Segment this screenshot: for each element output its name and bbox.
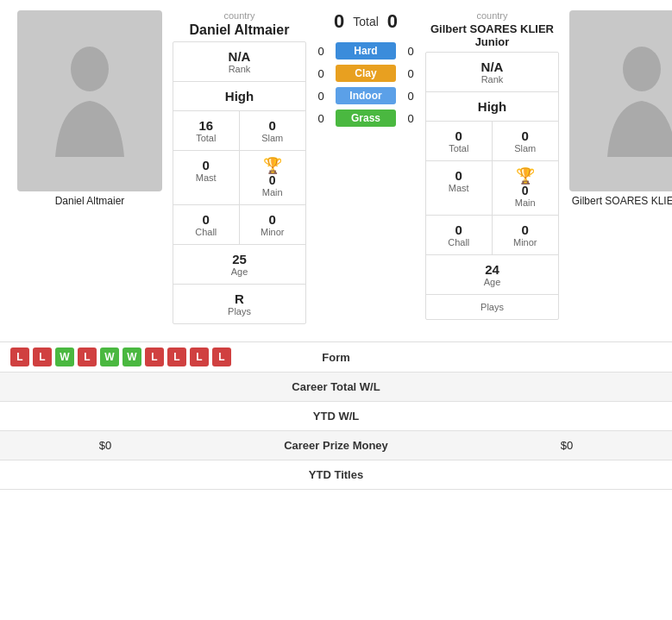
clay-row: 0 Clay 0 <box>311 65 420 82</box>
player2-plays-cell: Plays <box>426 295 558 319</box>
player2-name-below: Gilbert SOARES KLIER Junior <box>572 195 672 207</box>
ytd-titles-row: YTD Titles <box>0 460 672 490</box>
ytd-titles-label: YTD Titles <box>210 460 462 489</box>
player1-chall-val: 0 <box>179 212 234 227</box>
ytd-wl-right <box>462 409 672 424</box>
player1-plays-lbl: Plays <box>179 306 300 316</box>
player2-total-cell: 0 Total <box>426 122 493 160</box>
hard-right: 0 <box>401 45 420 58</box>
player1-minor-cell: 0 Minor <box>240 205 306 244</box>
player1-stats: country Daniel Altmaier N/A Rank High 16… <box>173 10 306 324</box>
form-row: LLWLWWLLLL Form <box>0 342 672 373</box>
player1-name-main: Daniel Altmaier <box>173 22 306 38</box>
player2-rank-lbl: Rank <box>431 74 553 85</box>
player1-slam-cell: 0 Slam <box>240 111 306 150</box>
clay-right: 0 <box>401 67 420 80</box>
player2-age-cell: 24 Age <box>426 255 558 295</box>
ytd-titles-left <box>0 467 210 483</box>
player2-stats: country Gilbert SOARES KLIER Junior N/A … <box>425 10 559 320</box>
svg-point-1 <box>623 47 661 91</box>
player1-total-lbl: Total <box>179 133 234 143</box>
clay-left: 0 <box>311 67 330 80</box>
player2-name-main: Gilbert SOARES KLIER Junior <box>425 22 559 48</box>
player1-chall-cell: 0 Chall <box>173 205 240 244</box>
player2-high-cell: High <box>426 92 558 122</box>
player1-plays-val: R <box>179 291 300 306</box>
player1-minor-lbl: Minor <box>245 227 301 237</box>
player1-mast-cell: 0 Mast <box>173 151 240 204</box>
player2-chall-cell: 0 Chall <box>426 216 493 254</box>
player1-mast-val: 0 <box>179 158 234 172</box>
form-badges: LLWLWWLLLL <box>10 348 267 366</box>
player1-mast-main-row: 0 Mast 🏆 0 Main <box>173 151 305 205</box>
player1-country: country <box>173 10 306 21</box>
player1-age-lbl: Age <box>179 266 300 277</box>
player2-total-slam-row: 0 Total 0 Slam <box>426 122 558 161</box>
ytd-titles-right <box>462 467 672 483</box>
player2-minor-lbl: Minor <box>498 237 554 247</box>
player2-minor-cell: 0 Minor <box>493 216 559 254</box>
player2-chall-val: 0 <box>431 222 487 237</box>
player2-mast-val: 0 <box>431 168 487 183</box>
hard-badge: Hard <box>336 42 396 59</box>
ytd-wl-left <box>0 409 210 424</box>
player2-slam-cell: 0 Slam <box>493 122 559 160</box>
form-badge: L <box>212 348 231 366</box>
player2-rank-val: N/A <box>431 59 553 74</box>
player1-slam-lbl: Slam <box>245 133 301 143</box>
player2-chall-lbl: Chall <box>431 237 487 247</box>
player1-rank-cell: N/A Rank <box>173 42 305 82</box>
ytd-wl-row: YTD W/L <box>0 402 672 431</box>
player1-trophy-icon: 🏆 <box>263 158 282 173</box>
grass-badge: Grass <box>336 110 396 127</box>
career-wl-right <box>462 379 672 395</box>
player2-photo <box>569 10 672 191</box>
hard-left: 0 <box>311 45 330 58</box>
form-badge: L <box>10 348 29 366</box>
form-label: Form <box>322 351 350 364</box>
form-badge: L <box>78 348 97 366</box>
player1-chall-lbl: Chall <box>179 227 234 237</box>
indoor-badge: Indoor <box>336 87 396 104</box>
player2-plays-lbl: Plays <box>431 302 553 312</box>
career-prize-right: $0 <box>462 431 672 460</box>
form-badge: W <box>55 348 74 366</box>
clay-badge: Clay <box>336 65 396 82</box>
player2-slam-val: 0 <box>498 128 554 143</box>
player2-block: Gilbert SOARES KLIER Junior <box>559 10 672 207</box>
form-badge: L <box>167 348 186 366</box>
player1-name-below: Daniel Altmaier <box>55 195 125 207</box>
mid-col: 0 Total 0 0 Hard 0 0 Clay 0 0 Indoor 0 <box>311 10 420 129</box>
career-wl-row: Career Total W/L <box>0 373 672 402</box>
player1-rank-val: N/A <box>179 49 300 64</box>
player2-age-lbl: Age <box>431 277 553 287</box>
total-score-right: 0 <box>387 10 398 33</box>
svg-point-0 <box>71 47 109 91</box>
total-score-row: 0 Total 0 <box>311 10 420 33</box>
player1-total-val: 16 <box>179 118 234 133</box>
form-badge: W <box>100 348 119 366</box>
player2-total-lbl: Total <box>431 143 487 153</box>
player1-age-val: 25 <box>179 252 300 266</box>
player2-trophy-main-cell: 🏆 0 Main <box>493 161 559 215</box>
player2-trophy-icon: 🏆 <box>516 168 535 184</box>
indoor-right: 0 <box>401 90 420 103</box>
player1-age-cell: 25 Age <box>173 245 305 285</box>
player1-high-val: High <box>179 89 300 103</box>
player1-total-slam-row: 16 Total 0 Slam <box>173 111 305 151</box>
career-wl-label: Career Total W/L <box>210 373 462 401</box>
career-prize-label: Career Prize Money <box>210 431 462 460</box>
player2-high-val: High <box>431 99 553 114</box>
player2-rank-cell: N/A Rank <box>426 53 558 92</box>
player1-main-lbl: Main <box>262 187 283 197</box>
indoor-row: 0 Indoor 0 <box>311 87 420 104</box>
career-wl-left <box>0 379 210 395</box>
player1-mast-lbl: Mast <box>179 172 234 183</box>
player1-main-val: 0 <box>269 173 276 187</box>
form-badge: L <box>33 348 52 366</box>
form-badge: L <box>145 348 164 366</box>
player2-country: country <box>425 10 559 21</box>
player2-slam-lbl: Slam <box>498 143 554 153</box>
player1-high-cell: High <box>173 82 305 111</box>
grass-right: 0 <box>401 112 420 125</box>
